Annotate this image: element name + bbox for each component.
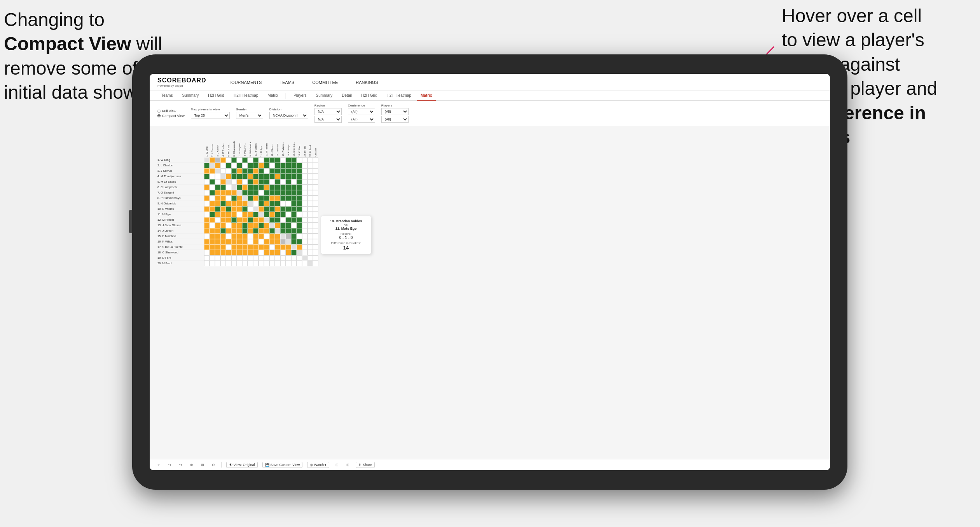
cell-11-2[interactable] (210, 212, 215, 217)
cell-15-8[interactable] (242, 234, 248, 239)
cell-11-3[interactable] (215, 212, 220, 217)
cell-11-5[interactable] (226, 212, 231, 217)
cell-5-11[interactable] (259, 179, 264, 185)
cell-15-1[interactable] (204, 234, 210, 239)
cell-6-4[interactable] (220, 185, 226, 190)
cell-2-20[interactable] (307, 163, 313, 168)
cell-13-21[interactable] (313, 223, 318, 228)
cell-6-11[interactable] (259, 185, 264, 190)
cell-17-16[interactable] (286, 244, 291, 250)
cell-11-15[interactable] (280, 212, 286, 217)
cell-16-6[interactable] (231, 239, 237, 244)
cell-3-17[interactable] (291, 168, 297, 174)
cell-17-3[interactable] (215, 244, 220, 250)
cell-17-15[interactable] (280, 244, 286, 250)
cell-3-16[interactable] (286, 168, 291, 174)
undo-button[interactable]: ↩ (156, 462, 162, 468)
cell-13-6[interactable] (231, 223, 237, 228)
tab-detail[interactable]: Detail (338, 91, 356, 101)
cell-3-5[interactable] (226, 168, 231, 174)
cell-13-3[interactable] (215, 223, 220, 228)
cell-13-18[interactable] (297, 223, 302, 228)
cell-13-14[interactable] (275, 223, 280, 228)
cell-14-8[interactable] (242, 228, 248, 234)
cell-8-5[interactable] (226, 195, 231, 201)
cell-8-18[interactable] (297, 195, 302, 201)
cell-19-5[interactable] (226, 255, 231, 261)
cell-4-13[interactable] (269, 174, 275, 179)
cell-8-20[interactable] (307, 195, 313, 201)
cell-13-4[interactable] (220, 223, 226, 228)
cell-4-12[interactable] (264, 174, 269, 179)
undo2-button[interactable]: ↪ (167, 462, 173, 468)
full-view-option[interactable]: Full View (157, 109, 185, 113)
cell-16-7[interactable] (237, 239, 242, 244)
cell-7-18[interactable] (297, 190, 302, 195)
cell-8-12[interactable] (264, 195, 269, 201)
cell-10-8[interactable] (242, 206, 248, 212)
cell-7-1[interactable] (204, 190, 210, 195)
cell-4-20[interactable] (307, 174, 313, 179)
cell-7-17[interactable] (291, 190, 297, 195)
grid-button[interactable]: ⊞ (345, 462, 351, 468)
cell-1-8[interactable] (242, 157, 248, 163)
cell-2-16[interactable] (286, 163, 291, 168)
cell-3-18[interactable] (297, 168, 302, 174)
cell-13-7[interactable] (237, 223, 242, 228)
cell-9-8[interactable] (242, 201, 248, 206)
cell-4-9[interactable] (248, 174, 253, 179)
cell-7-10[interactable] (253, 190, 259, 195)
cell-16-17[interactable] (291, 239, 297, 244)
cell-5-18[interactable] (297, 179, 302, 185)
cell-1-13[interactable] (269, 157, 275, 163)
cell-16-3[interactable] (215, 239, 220, 244)
cell-15-19[interactable] (302, 234, 307, 239)
cell-6-18[interactable] (297, 185, 302, 190)
cell-12-11[interactable] (259, 217, 264, 223)
cell-1-18[interactable] (297, 157, 302, 163)
cell-3-4[interactable] (220, 168, 226, 174)
cell-7-6[interactable] (231, 190, 237, 195)
cell-14-12[interactable] (264, 228, 269, 234)
cell-13-15[interactable] (280, 223, 286, 228)
cell-13-1[interactable] (204, 223, 210, 228)
cell-19-9[interactable] (248, 255, 253, 261)
cell-5-15[interactable] (280, 179, 286, 185)
cell-17-18[interactable] (297, 244, 302, 250)
cell-1-11[interactable] (259, 157, 264, 163)
cell-6-8[interactable] (242, 185, 248, 190)
cell-15-20[interactable] (307, 234, 313, 239)
cell-4-4[interactable] (220, 174, 226, 179)
cell-14-19[interactable] (302, 228, 307, 234)
cell-17-12[interactable] (264, 244, 269, 250)
cell-16-16[interactable] (286, 239, 291, 244)
cell-16-8[interactable] (242, 239, 248, 244)
tab-h2h-grid-1[interactable]: H2H Grid (204, 91, 228, 101)
cell-4-18[interactable] (297, 174, 302, 179)
cell-7-13[interactable] (269, 190, 275, 195)
cell-14-7[interactable] (237, 228, 242, 234)
cell-17-6[interactable] (231, 244, 237, 250)
tab-h2h-grid-2[interactable]: H2H Grid (357, 91, 381, 101)
cell-19-11[interactable] (259, 255, 264, 261)
cell-17-7[interactable] (237, 244, 242, 250)
cell-15-12[interactable] (264, 234, 269, 239)
cell-19-8[interactable] (242, 255, 248, 261)
cell-5-21[interactable] (313, 179, 318, 185)
cell-11-9[interactable] (248, 212, 253, 217)
cell-17-19[interactable] (302, 244, 307, 250)
cell-1-15[interactable] (280, 157, 286, 163)
cell-20-12[interactable] (264, 261, 269, 266)
cell-12-17[interactable] (291, 217, 297, 223)
cell-20-20[interactable] (307, 261, 313, 266)
cell-19-21[interactable] (313, 255, 318, 261)
cell-18-12[interactable] (264, 250, 269, 255)
cell-3-10[interactable] (253, 168, 259, 174)
cell-3-13[interactable] (269, 168, 275, 174)
cell-9-11[interactable] (259, 201, 264, 206)
cell-6-5[interactable] (226, 185, 231, 190)
tab-players[interactable]: Players (290, 91, 310, 101)
cell-13-12[interactable] (264, 223, 269, 228)
gender-select[interactable]: Men's (236, 112, 263, 119)
cell-12-18[interactable] (297, 217, 302, 223)
